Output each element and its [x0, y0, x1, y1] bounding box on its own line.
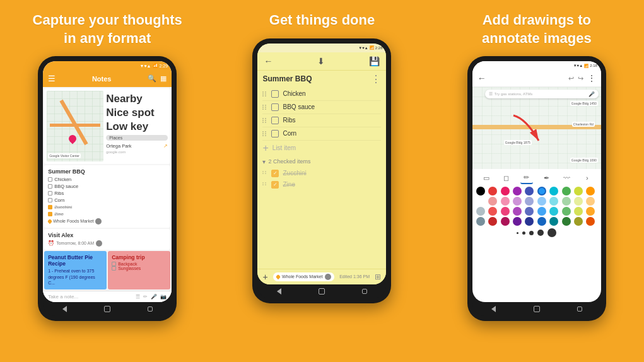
color-dot-1-4[interactable]: [525, 197, 534, 206]
color-dot-2-8[interactable]: [574, 207, 583, 216]
color-dot-0-3[interactable]: [513, 187, 522, 196]
map-label-1: Google Bldg 1450: [570, 101, 598, 106]
color-dot-0-6[interactable]: [549, 187, 558, 196]
color-dot-1-2[interactable]: [501, 197, 510, 206]
color-dot-2-9[interactable]: [586, 207, 595, 216]
color-dot-0-0[interactable]: [476, 187, 485, 196]
color-dot-2-2[interactable]: [501, 207, 510, 216]
color-row-3: [476, 217, 597, 226]
size-medium[interactable]: [522, 231, 525, 235]
color-dot-0-2[interactable]: [501, 187, 510, 196]
grid-bottom-icon[interactable]: ⊞: [375, 272, 381, 281]
color-dot-1-1[interactable]: [488, 197, 497, 206]
checkbox-ribs[interactable]: [271, 117, 279, 124]
color-dot-1-5[interactable]: [537, 197, 546, 206]
camera-icon[interactable]: 📷: [160, 294, 167, 300]
pen-tool-btn[interactable]: ✏: [520, 172, 533, 184]
camping-card[interactable]: Camping trip Backpack Sunglasses: [108, 251, 170, 289]
undo-icon[interactable]: ↩: [568, 74, 574, 83]
nav-recent-btn[interactable]: [146, 305, 155, 313]
grid-icon[interactable]: ▦: [160, 74, 167, 83]
checklist-body: Summer BBQ ⋮ Chicken BBQ sauce: [257, 71, 386, 269]
checkbox-zine[interactable]: ✓: [271, 181, 279, 189]
color-dot-1-8[interactable]: [574, 197, 583, 206]
nav2-back-btn[interactable]: [274, 287, 283, 296]
checkbox-bbq[interactable]: [271, 103, 279, 111]
color-dot-1-0[interactable]: [476, 197, 485, 206]
download-icon[interactable]: ⬇: [317, 56, 325, 66]
color-dot-0-5[interactable]: [537, 187, 546, 196]
color-dot-3-7[interactable]: [562, 217, 571, 226]
expand-icon: ▾: [262, 158, 266, 165]
color-dot-3-4[interactable]: [525, 217, 534, 226]
nav2-home-btn[interactable]: [317, 287, 326, 296]
peanut-card[interactable]: Peanut Butter Pie Recipe 1 - Preheat ove…: [44, 251, 107, 289]
phone3-status-bar: ▼♥▲ 📶 2:18: [472, 61, 601, 70]
places-tag[interactable]: Places: [106, 135, 168, 141]
color-dot-2-1[interactable]: [488, 207, 497, 216]
color-dot-2-4[interactable]: [525, 207, 534, 216]
nav3-home-btn[interactable]: [532, 305, 541, 313]
color-dot-2-3[interactable]: [513, 207, 522, 216]
hamburger-icon[interactable]: ☰: [48, 74, 56, 83]
visit-alex-card[interactable]: Visit Alex ⏰ Tomorrow, 8:00 AM: [44, 229, 170, 250]
select-tool-btn[interactable]: ▭: [480, 172, 493, 184]
list-icon[interactable]: ☰: [136, 294, 140, 300]
color-dot-1-7[interactable]: [562, 197, 571, 206]
color-dot-0-9[interactable]: [586, 187, 595, 196]
nav-home-btn[interactable]: [103, 305, 112, 313]
size-large[interactable]: [529, 231, 534, 235]
mic-icon[interactable]: 🎤: [151, 294, 157, 300]
nav2-recent-btn[interactable]: [360, 287, 369, 296]
color-dot-2-0[interactable]: [476, 207, 485, 216]
color-dot-3-3[interactable]: [513, 217, 522, 226]
color-dot-3-8[interactable]: [574, 217, 583, 226]
summer-bbq-card[interactable]: Summer BBQ Chicken BBQ sauce Ribs: [44, 165, 170, 228]
color-dot-0-1[interactable]: [488, 187, 497, 196]
color-dot-0-4[interactable]: [525, 187, 534, 196]
pencil-icon[interactable]: ✏: [143, 294, 148, 300]
take-note-text[interactable]: Take a note...: [48, 294, 78, 300]
more-icon[interactable]: ⋮: [371, 73, 381, 85]
color-dot-3-0[interactable]: [476, 217, 485, 226]
drawing-tools: ▭ ◻ ✏ ✒ 〰 ›: [472, 169, 601, 241]
highlighter-tool-btn[interactable]: 〰: [561, 172, 573, 184]
color-dot-2-6[interactable]: [549, 207, 558, 216]
color-dot-3-2[interactable]: [501, 217, 510, 226]
color-dot-0-8[interactable]: [574, 187, 583, 196]
cl-zucchini: Zucchini: [48, 204, 167, 210]
size-xxlarge[interactable]: [547, 228, 556, 237]
expand-tool-btn[interactable]: ›: [581, 172, 594, 184]
checked-divider[interactable]: ▾ 2 Checked items: [262, 156, 381, 168]
color-dot-3-5[interactable]: [537, 217, 546, 226]
color-dot-1-9[interactable]: [586, 197, 595, 206]
color-dot-0-7[interactable]: [562, 187, 571, 196]
nav3-recent-btn[interactable]: [575, 305, 584, 313]
color-dot-3-6[interactable]: [549, 217, 558, 226]
back-arrow-icon[interactable]: ←: [264, 56, 272, 66]
color-dot-3-1[interactable]: [488, 217, 497, 226]
size-xlarge[interactable]: [537, 230, 544, 236]
map-search-bar[interactable]: ☰ Try gas stations, ATMs 🎤: [485, 90, 599, 98]
add-item-row[interactable]: + List item: [262, 141, 381, 156]
color-dot-1-3[interactable]: [513, 197, 522, 206]
save-icon[interactable]: 💾: [369, 56, 380, 66]
color-dot-1-6[interactable]: [549, 197, 558, 206]
size-small[interactable]: [517, 232, 518, 234]
color-dot-3-9[interactable]: [586, 217, 595, 226]
checkbox-zucchini[interactable]: ✓: [271, 170, 279, 177]
eraser-tool-btn[interactable]: ◻: [500, 172, 513, 184]
color-dot-2-7[interactable]: [562, 207, 571, 216]
search-icon[interactable]: 🔍: [148, 74, 156, 83]
redo-icon[interactable]: ↪: [578, 74, 583, 83]
nav-back-btn[interactable]: [60, 305, 69, 313]
color-dot-2-5[interactable]: [537, 207, 546, 216]
marker-tool-btn[interactable]: ✒: [541, 172, 553, 184]
map-card-label: Google Visitor Center: [48, 153, 81, 158]
nav3-back-btn[interactable]: [489, 305, 498, 313]
drawing-back-icon[interactable]: ←: [477, 73, 486, 83]
checkbox-corn[interactable]: [271, 130, 279, 137]
add-bottom-icon[interactable]: +: [262, 272, 267, 282]
checkbox-chicken[interactable]: [271, 90, 279, 98]
more-vert-icon[interactable]: ⋮: [587, 73, 596, 83]
